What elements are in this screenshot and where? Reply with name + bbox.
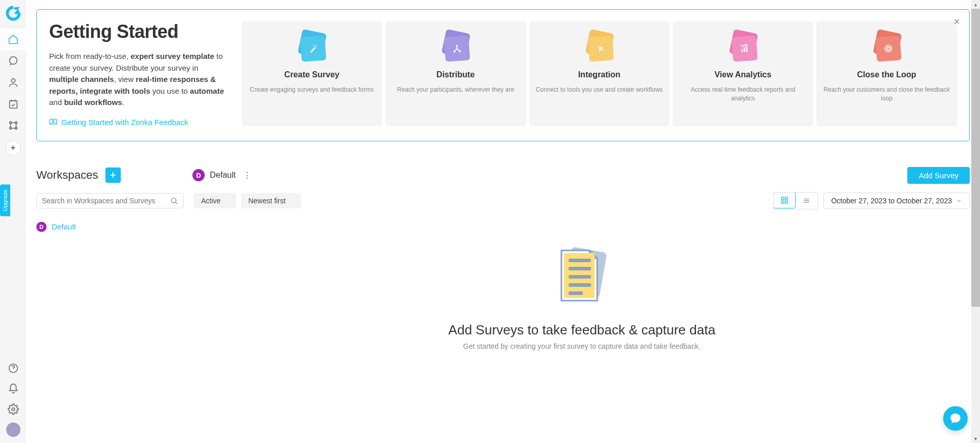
workspace-badge: D xyxy=(36,222,47,232)
user-avatar[interactable] xyxy=(6,423,20,437)
svg-rect-14 xyxy=(746,45,748,52)
sidebar: + xyxy=(0,0,26,443)
card-distribute[interactable]: Distribute Reach your participants, wher… xyxy=(385,21,526,126)
card-desc: Create engaging surveys and feedback for… xyxy=(250,86,374,94)
getting-started-description: Pick from ready-to-use, expert survey te… xyxy=(49,51,228,109)
chart-icon xyxy=(728,31,758,61)
nav-messages[interactable] xyxy=(0,50,26,72)
current-workspace: D Default ⋮ xyxy=(192,169,253,181)
search-icon xyxy=(170,197,178,205)
svg-rect-2 xyxy=(9,101,17,109)
svg-point-4 xyxy=(15,122,17,124)
empty-description: Get started by creating your first surve… xyxy=(463,342,701,350)
svg-rect-21 xyxy=(786,201,788,203)
svg-point-5 xyxy=(9,128,11,130)
svg-rect-12 xyxy=(741,49,743,52)
getting-started-panel: ✕ Getting Started Pick from ready-to-use… xyxy=(36,9,970,141)
svg-rect-29 xyxy=(569,275,591,279)
add-workspace-button[interactable]: + xyxy=(105,167,121,183)
svg-point-6 xyxy=(15,128,17,130)
nav-help[interactable] xyxy=(0,358,26,378)
getting-started-title: Getting Started xyxy=(49,21,228,43)
plug-icon xyxy=(584,31,614,61)
svg-rect-13 xyxy=(744,47,745,52)
svg-rect-31 xyxy=(569,291,583,295)
svg-rect-28 xyxy=(569,267,591,270)
svg-rect-30 xyxy=(569,283,591,287)
upgrade-tab[interactable]: Upgrade xyxy=(0,184,10,216)
getting-started-link[interactable]: Getting Started with Zonka Feedback xyxy=(49,118,228,126)
card-title: View Analytics xyxy=(714,70,771,79)
card-desc: Connect to tools you use and create work… xyxy=(536,86,663,94)
nav-settings[interactable] xyxy=(0,399,26,419)
workspace-search[interactable] xyxy=(36,193,184,208)
close-icon[interactable]: ✕ xyxy=(953,17,960,27)
getting-started-link-label: Getting Started with Zonka Feedback xyxy=(61,118,188,126)
date-range-picker[interactable]: October 27, 2023 to October 27, 2023 xyxy=(823,193,970,209)
main-content: ✕ Getting Started Pick from ready-to-use… xyxy=(26,0,980,443)
document-illustration-icon xyxy=(546,240,618,312)
card-integration[interactable]: Integration Connect to tools you use and… xyxy=(529,21,670,126)
book-icon xyxy=(49,118,57,126)
svg-point-8 xyxy=(12,408,15,411)
view-grid-button[interactable] xyxy=(773,192,796,208)
svg-point-3 xyxy=(9,122,11,124)
empty-state: Add Surveys to take feedback & capture d… xyxy=(194,220,970,350)
chat-launcher[interactable] xyxy=(943,406,968,431)
loop-icon xyxy=(872,31,902,61)
scrollbar[interactable]: ▴ ▾ xyxy=(971,0,980,443)
view-toggle xyxy=(773,192,818,209)
svg-point-16 xyxy=(887,47,890,50)
empty-title: Add Surveys to take feedback & capture d… xyxy=(448,322,715,338)
workspace-item-name: Default xyxy=(52,222,76,231)
filter-status[interactable]: Active xyxy=(194,193,236,208)
search-input[interactable] xyxy=(42,197,170,205)
brand-logo[interactable] xyxy=(4,4,23,23)
workspace-more-icon[interactable]: ⋮ xyxy=(241,171,253,180)
filter-sort[interactable]: Newest first xyxy=(241,193,301,208)
card-close-loop[interactable]: Close the Loop Reach your customers and … xyxy=(816,21,957,126)
workspace-list-item[interactable]: D Default xyxy=(36,220,184,234)
workspace-badge: D xyxy=(192,169,205,181)
card-title: Integration xyxy=(578,70,621,79)
card-analytics[interactable]: View Analytics Access real-time feedback… xyxy=(672,21,813,126)
card-desc: Access real-time feedback reports and an… xyxy=(679,86,807,103)
nav-tasks[interactable] xyxy=(0,93,26,115)
add-survey-button[interactable]: Add Survey xyxy=(907,167,970,184)
chevron-down-icon xyxy=(956,198,962,204)
view-list-button[interactable] xyxy=(795,193,818,209)
svg-point-1 xyxy=(11,79,15,82)
chat-icon xyxy=(949,412,962,425)
svg-rect-18 xyxy=(781,197,784,200)
date-range-label: October 27, 2023 to October 27, 2023 xyxy=(831,197,952,205)
card-title: Create Survey xyxy=(285,70,340,79)
card-desc: Reach your customers and close the feedb… xyxy=(822,86,951,103)
nav-add-button[interactable]: + xyxy=(6,140,21,156)
nav-home[interactable] xyxy=(0,29,26,50)
svg-point-10 xyxy=(456,45,458,47)
svg-rect-20 xyxy=(781,201,784,203)
workspaces-title: Workspaces xyxy=(36,168,98,182)
card-title: Close the Loop xyxy=(857,70,917,79)
svg-rect-19 xyxy=(786,197,788,200)
workspace-list: D Default xyxy=(36,220,184,350)
card-create-survey[interactable]: Create Survey Create engaging surveys an… xyxy=(242,21,382,126)
share-icon xyxy=(441,31,470,61)
workspace-name: Default xyxy=(210,171,236,180)
card-title: Distribute xyxy=(437,70,475,79)
nav-notifications[interactable] xyxy=(0,378,26,399)
nav-contacts[interactable] xyxy=(0,72,26,93)
svg-point-17 xyxy=(171,198,176,202)
nav-workflows[interactable] xyxy=(0,115,26,136)
svg-point-15 xyxy=(885,45,892,52)
card-desc: Reach your participants, wherever they a… xyxy=(397,86,514,94)
workspaces-header: Workspaces + D Default ⋮ Add Survey xyxy=(36,167,970,184)
wand-icon xyxy=(297,31,326,61)
svg-rect-27 xyxy=(569,259,591,262)
